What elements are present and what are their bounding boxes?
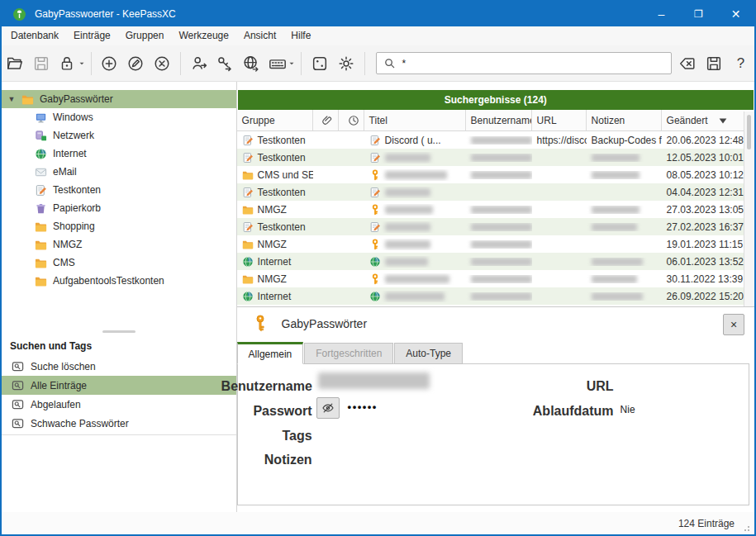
- table-row[interactable]: NMGZ 27.03.2023 13:05: [237, 201, 744, 218]
- tag-item-label: Alle Einträge: [31, 380, 87, 391]
- gear-icon: [337, 55, 355, 73]
- entry-table: Testkonten Discord ( u... https://discor…: [237, 131, 744, 306]
- search-tag-icon: [12, 398, 24, 410]
- tab-allgemein[interactable]: Allgemein: [237, 342, 304, 364]
- folder-icon: [21, 93, 34, 106]
- table-row[interactable]: Testkonten 04.04.2023 12:31: [237, 183, 744, 201]
- vertical-scrollbar[interactable]: [744, 111, 754, 306]
- tag-item-suche-loeschen[interactable]: Suche löschen: [2, 357, 236, 376]
- lock-database-button[interactable]: [57, 51, 78, 76]
- copy-url-button[interactable]: [240, 51, 262, 76]
- column-header-geaendert[interactable]: Geändert: [662, 110, 744, 130]
- minimize-button[interactable]: –: [643, 2, 680, 26]
- table-row[interactable]: Internet 26.09.2022 15:20: [237, 287, 744, 305]
- table-row[interactable]: Testkonten Discord ( u... https://discor…: [237, 131, 744, 149]
- autotype-dropdown-caret-icon[interactable]: [288, 51, 296, 76]
- toolbar-separator: [180, 52, 181, 75]
- keepassxc-window: GabyPasswoerter - KeePassXC – ❐ ✕ Datenb…: [0, 0, 756, 536]
- tab-auto-type[interactable]: Auto-Type: [394, 343, 463, 364]
- preview-header: GabyPasswörter: [250, 314, 367, 334]
- tree-item-testkonten[interactable]: Testkonten: [2, 181, 236, 199]
- save-database-button[interactable]: [31, 51, 52, 76]
- menu-datenbank[interactable]: Datenbank: [3, 26, 66, 45]
- maximize-button[interactable]: ❐: [680, 2, 717, 26]
- lock-dropdown-caret-icon[interactable]: [77, 51, 85, 76]
- status-bar: 124 Einträge: [2, 512, 754, 534]
- tree-item-shopping[interactable]: Shopping: [2, 217, 236, 235]
- tree-item-label: Papierkorb: [53, 202, 101, 214]
- settings-button[interactable]: [335, 51, 357, 76]
- tree-item-nmgz[interactable]: NMGZ: [2, 235, 236, 254]
- search-input[interactable]: [402, 58, 671, 69]
- tree-item-netzwerk[interactable]: Netzwerk: [2, 126, 236, 145]
- eye-off-icon: [321, 401, 335, 415]
- column-header-gruppe[interactable]: Gruppe: [237, 110, 313, 130]
- preview-tabs: Allgemein Fortgeschritten Auto-Type: [237, 342, 464, 364]
- table-row[interactable]: NMGZ 30.11.2022 13:39: [237, 270, 744, 287]
- resize-grip[interactable]: [744, 524, 752, 532]
- tag-item-abgelaufen[interactable]: Abgelaufen: [2, 395, 236, 414]
- open-database-button[interactable]: [4, 51, 26, 76]
- close-preview-button[interactable]: ×: [723, 314, 744, 335]
- copy-password-button[interactable]: [215, 51, 236, 76]
- menu-gruppen[interactable]: Gruppen: [118, 26, 172, 45]
- table-row[interactable]: Testkonten 12.05.2023 10:01: [237, 149, 744, 166]
- sidebar-splitter-handle[interactable]: [102, 330, 136, 333]
- column-header-url[interactable]: URL: [532, 110, 587, 130]
- table-row[interactable]: CMS und SE... 08.05.2023 10:12: [237, 166, 744, 183]
- tree-item-label: eMail: [53, 166, 77, 178]
- username-value-redacted: [318, 372, 430, 389]
- menu-werkzeuge[interactable]: Werkzeuge: [171, 26, 235, 45]
- search-tag-icon: [12, 379, 24, 391]
- scrollbar-thumb[interactable]: [747, 115, 751, 149]
- menu-ansicht[interactable]: Ansicht: [236, 26, 283, 45]
- column-header-benutzername[interactable]: Benutzername: [466, 110, 532, 130]
- column-header-notizen[interactable]: Notizen: [587, 110, 662, 130]
- sidebar-divider: [2, 434, 236, 435]
- close-button[interactable]: ✕: [717, 2, 754, 26]
- column-header-attachment[interactable]: [313, 110, 339, 130]
- edit-circle-icon: [126, 55, 145, 73]
- toggle-password-button[interactable]: [316, 397, 340, 419]
- folder-icon: [35, 239, 47, 251]
- open-folder-icon: [6, 55, 24, 73]
- table-row[interactable]: NMGZ 19.01.2023 11:15: [237, 235, 744, 253]
- clear-search-button[interactable]: [677, 51, 698, 76]
- window-controls: – ❐ ✕: [643, 2, 754, 26]
- table-row[interactable]: Testkonten 27.02.2023 16:37: [237, 218, 744, 235]
- tree-item-email[interactable]: eMail: [2, 163, 236, 181]
- tree-item-aufgabentools[interactable]: AufgabentoolsTestkonten: [2, 272, 236, 290]
- tree-item-label: CMS: [53, 257, 75, 268]
- keyboard-icon: [269, 55, 287, 73]
- tag-item-alle-eintraege[interactable]: Alle Einträge: [2, 376, 236, 395]
- save-search-icon: [705, 55, 723, 73]
- tree-item-papierkorb[interactable]: Papierkorb: [2, 199, 236, 217]
- tag-item-schwache-passwoerter[interactable]: Schwache Passwörter: [2, 414, 236, 433]
- help-button[interactable]: ?: [730, 51, 752, 76]
- tree-item-root[interactable]: ▼ GabyPasswörter: [2, 90, 236, 108]
- column-header-titel[interactable]: Titel: [364, 110, 466, 130]
- tree-expander-icon[interactable]: ▼: [2, 95, 21, 103]
- menu-eintraege[interactable]: Einträge: [66, 26, 118, 45]
- copy-username-button[interactable]: [188, 51, 210, 76]
- menu-hilfe[interactable]: Hilfe: [283, 26, 318, 45]
- edit-entry-button[interactable]: [125, 51, 146, 76]
- column-header-expiry[interactable]: [339, 110, 364, 130]
- folder-icon: [35, 221, 47, 233]
- delete-entry-button[interactable]: [151, 51, 173, 76]
- add-entry-button[interactable]: [99, 51, 121, 76]
- tree-item-windows[interactable]: Windows: [2, 108, 236, 126]
- preview-tab-pane: Benutzername Passwort •••••• Tags Notize…: [237, 363, 749, 505]
- search-tag-icon: [12, 360, 24, 372]
- table-row[interactable]: Internet 06.01.2023 13:52: [237, 253, 744, 270]
- search-tag-icon: [12, 417, 24, 429]
- folder-icon: [35, 275, 47, 287]
- tree-item-cms[interactable]: CMS: [2, 254, 236, 272]
- lock-icon: [58, 55, 76, 73]
- save-search-button[interactable]: [703, 51, 725, 76]
- paperclip-icon: [322, 115, 334, 126]
- autotype-button[interactable]: [267, 51, 288, 76]
- entry-count-status: 124 Einträge: [678, 518, 735, 529]
- tree-item-internet[interactable]: Internet: [2, 145, 236, 163]
- password-generator-button[interactable]: [309, 51, 330, 76]
